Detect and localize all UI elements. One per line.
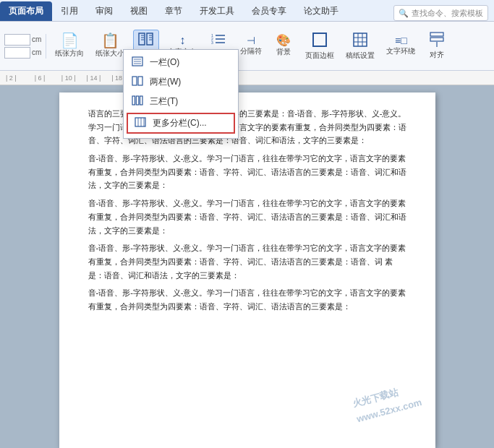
tab-view[interactable]: 视图 [122,1,156,21]
svg-rect-0 [139,33,145,45]
dropdown-item-two-col[interactable]: 两栏(W) [124,72,238,92]
background-label: 背景 [276,47,291,57]
document-page: 语言的三要素是：语音、词汇和语法，文字的三要素是：音-语音、形-字符形状、义-意… [59,92,435,448]
align-icon [429,32,445,49]
ribbon-tabs: 页面布局 引用 审阅 视图 章节 开发工具 会员专享 论文助手 🔍 查找命令、搜… [0,0,494,22]
search-placeholder: 查找命令、搜索模板 [412,8,483,19]
svg-text:3: 3 [211,40,213,45]
dropdown-item-one-col[interactable]: 一栏(O) [124,53,238,72]
dropdown-item-more-col-label: 更多分栏(C)... [153,117,207,129]
text-wrap-icon: ≡□ [395,35,407,46]
line-number-icon: 1 2 3 [210,32,226,49]
search-icon: 🔍 [399,9,409,18]
ribbon-toolbar: cm cm 📄 纸张方向 📋 纸张大小 分栏 [0,22,494,71]
page-border-icon [312,32,328,50]
paper-size-label: 纸张大小 [95,48,124,59]
paper-size-icon: 📋 [101,33,119,48]
page-border-label: 页面边框 [305,51,334,61]
three-col-icon [131,95,144,108]
svg-rect-1 [147,33,153,45]
tab-devtools[interactable]: 开发工具 [191,1,243,21]
paper-orientation-label: 纸张方向 [55,48,84,59]
dropdown-item-two-col-label: 两栏(W) [150,76,181,88]
one-col-icon [131,56,144,69]
spin-group: cm cm [4,34,46,59]
toolbar-separator[interactable]: ⊣ 分隔符 [237,34,265,58]
tab-vip[interactable]: 会员专享 [243,1,295,21]
paper-orientation-icon: 📄 [61,33,79,48]
ruler: | 2 | | 6 | | 10 | | 14 | | 18 | | 22 | … [0,71,494,85]
dropdown-item-three-col[interactable]: 三栏(T) [124,92,238,111]
toolbar-align[interactable]: 对齐 [424,30,450,61]
spin-row-2: cm [4,47,41,59]
paragraph-3: 音-语音、形-字符形状、义-意义。学习一门语言，往往在带学习它的文字，语言文字的… [88,197,406,237]
paragraph-2: 音-语音、形-字符形状、义-意义。学习一门语言，往往在带学习它的文字，语言文字的… [88,152,406,192]
margin-input-2[interactable] [4,47,30,59]
svg-rect-20 [430,33,443,36]
toolbar-draft-paper[interactable]: 稿纸设置 [343,30,378,62]
document-area: 语言的三要素是：语音、词汇和语法，文字的三要素是：音-语音、形-字符形状、义-意… [0,85,494,448]
toolbar-paper-orientation[interactable]: 📄 纸张方向 [52,32,87,60]
svg-rect-14 [313,33,326,46]
toolbar-text-wrap[interactable]: ≡□ 文字环绕 [383,34,418,58]
svg-rect-28 [138,77,142,85]
columns-dropdown: 一栏(O) 两栏(W) 三栏(T) [123,49,239,139]
toolbar-page-border[interactable]: 页面边框 [302,30,337,62]
spin-row-1: cm [4,34,41,46]
background-icon: 🎨 [276,35,291,46]
svg-rect-31 [140,96,143,105]
tab-thesis[interactable]: 论文助手 [295,1,347,21]
draft-paper-label: 稿纸设置 [346,51,375,61]
more-col-icon [134,117,147,129]
spin-label-2: cm [32,48,41,56]
dropdown-item-three-col-label: 三栏(T) [150,95,178,108]
text-wrap-label: 文字环绕 [386,46,415,56]
tab-chapter[interactable]: 章节 [156,1,191,21]
watermark: 火光下载站www.52xx.com [351,379,424,428]
draft-paper-icon [352,32,368,50]
toolbar-background[interactable]: 🎨 背景 [271,33,297,59]
svg-rect-15 [354,33,367,46]
text-direction-icon: ↕ [179,35,185,46]
svg-rect-30 [136,96,139,105]
two-col-icon [131,76,144,88]
dropdown-item-one-col-label: 一栏(O) [150,56,179,69]
tab-cite[interactable]: 引用 [52,1,87,21]
spin-label-1: cm [32,35,41,43]
paragraph-4: 音-语音、形-字符形状、义-意义。学习一门语言，往往在带学习它的文字，语言文字的… [88,241,406,282]
paragraph-5: 音-语音、形-字符形状、义-意义。学习一门语言，往往在带学习它的文字，语言文字的… [88,286,406,313]
columns-icon [138,32,154,50]
separator-label: 分隔符 [240,46,262,56]
tab-page-layout[interactable]: 页面布局 [0,1,52,21]
svg-rect-29 [132,96,135,105]
svg-rect-27 [132,77,137,85]
separator-icon: ⊣ [247,35,255,46]
dropdown-item-more-col[interactable]: 更多分栏(C)... [127,113,235,134]
align-label: 对齐 [430,50,444,60]
tab-review[interactable]: 审阅 [87,1,122,21]
search-box[interactable]: 🔍 查找命令、搜索模板 [393,5,488,21]
svg-rect-21 [430,38,443,41]
margin-input-1[interactable] [4,34,30,46]
